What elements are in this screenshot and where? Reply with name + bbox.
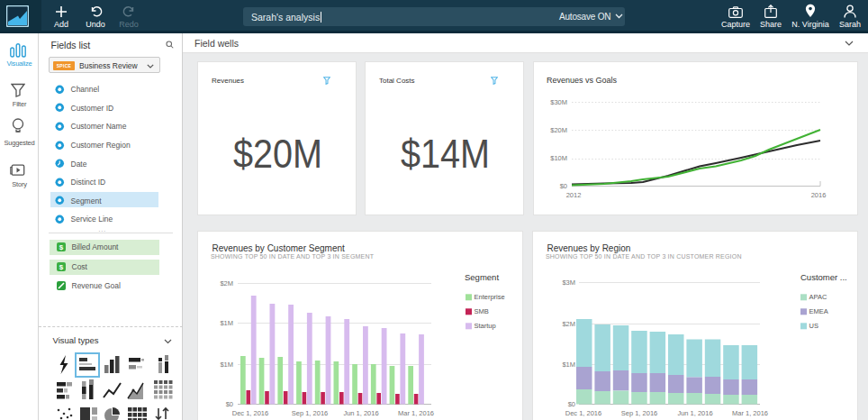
svg-text:$1M: $1M	[220, 361, 233, 369]
svg-text:$3M: $3M	[562, 278, 575, 287]
svg-text:$: $	[59, 263, 64, 271]
svg-text:Enterprise: Enterprise	[475, 293, 505, 301]
svg-text:Mar 1, 2016: Mar 1, 2016	[732, 409, 768, 417]
svg-text:$2M: $2M	[562, 320, 575, 328]
svg-text:$20M: $20M	[550, 126, 567, 134]
svg-text:Jun 1, 2016: Jun 1, 2016	[343, 409, 378, 417]
svg-text:Startup: Startup	[475, 322, 496, 330]
svg-text:$0: $0	[568, 400, 575, 408]
svg-text:$0: $0	[226, 400, 233, 408]
svg-text:APAC: APAC	[809, 293, 827, 301]
svg-text:Dec 1, 2016: Dec 1, 2016	[232, 409, 268, 417]
svg-text:$1M: $1M	[562, 361, 575, 369]
svg-text:Customer ...: Customer ...	[800, 272, 847, 282]
svg-text:2012: 2012	[566, 191, 582, 199]
svg-text:Dec 1, 2016: Dec 1, 2016	[565, 409, 601, 417]
svg-text:$: $	[59, 243, 64, 251]
svg-text:Mar 1, 2016: Mar 1, 2016	[398, 409, 434, 417]
svg-text:SMB: SMB	[475, 307, 489, 315]
svg-text:2016: 2016	[811, 191, 827, 199]
svg-text:$1M: $1M	[220, 319, 233, 327]
svg-text:Sep 1, 2016: Sep 1, 2016	[292, 409, 328, 417]
svg-text:$30M: $30M	[550, 98, 567, 106]
svg-text:US: US	[809, 322, 818, 330]
svg-text:EMEA: EMEA	[809, 307, 828, 315]
svg-text:$0: $0	[560, 182, 567, 190]
svg-text:$2M: $2M	[220, 279, 233, 288]
svg-text:Segment: Segment	[465, 272, 499, 282]
svg-text:Jun 1, 2016: Jun 1, 2016	[677, 409, 712, 417]
svg-text:$10M: $10M	[550, 154, 567, 162]
svg-text:Sep 1, 2016: Sep 1, 2016	[621, 409, 657, 417]
